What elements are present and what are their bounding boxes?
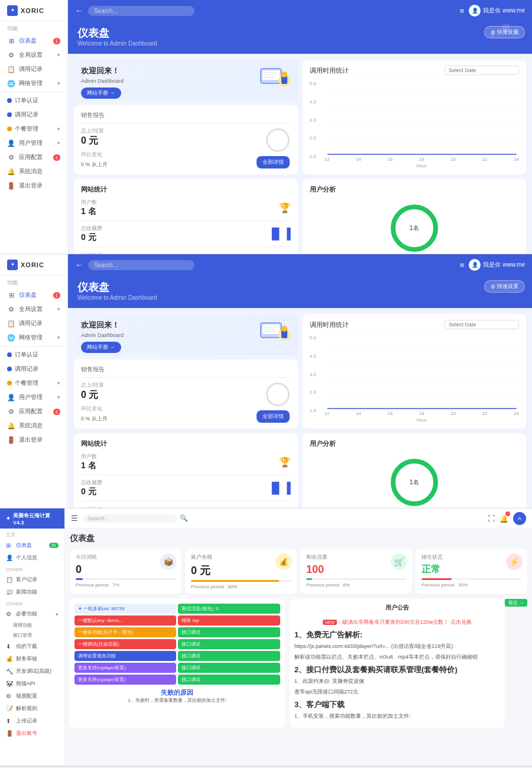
- v43-sidebar-news[interactable]: 📰 新闻功能: [0, 586, 64, 598]
- v43-dashboard-icon: ⊞: [6, 542, 13, 549]
- menu-icon[interactable]: ≡: [460, 7, 465, 15]
- sidebar-item-dashboard[interactable]: ⊞ 仪表盘 1: [0, 34, 67, 48]
- topbar-user-2: 👤 我是你 www.me: [469, 259, 525, 271]
- sidebar-item-sysnotice[interactable]: 🔔 系统消息: [0, 164, 67, 179]
- v43-logo: ✦ 美脑奇云海计算V4.3: [0, 508, 64, 529]
- menu-icon-2[interactable]: ≡: [460, 261, 465, 270]
- search-bar[interactable]: Search...: [88, 6, 194, 16]
- sidebar-item-sysnotice-2[interactable]: 🔔 系统消息: [0, 419, 67, 433]
- date-select-input-2[interactable]: [445, 320, 519, 329]
- main-content-2: ← Search... ≡ 👤 我是你 www.me 仪表盘 Welcome t…: [68, 254, 532, 508]
- sidebar-label: 仪表盘: [19, 291, 37, 299]
- sidebar-item-settings[interactable]: ⚙ 全局设置 ▾: [0, 48, 67, 62]
- y-label-2b: 2.0: [310, 390, 325, 395]
- v43-sidebar-func[interactable]: ⚙ 必要功能 ▾: [0, 608, 64, 620]
- sidebar-item-appconfig-2[interactable]: ⚙ 应用配置 1: [0, 404, 67, 419]
- v43-sub-callfunc[interactable]: 调用功能: [0, 620, 64, 630]
- v43-sidebar-upload[interactable]: ⬆ 上传记录: [0, 715, 64, 727]
- v43-func-btn-api5[interactable]: 接口调试: [178, 675, 280, 685]
- v43-func-btn-api2[interactable]: 接口调试: [178, 639, 280, 649]
- sidebar-item-net-2[interactable]: 🌐 网络管理 ▾: [0, 330, 67, 345]
- v43-sidebar-profile[interactable]: 👤 个人信息: [0, 552, 64, 564]
- recent-tag[interactable]: 最近 →: [505, 599, 527, 607]
- v43-func-btn-uid[interactable]: ✦ 一机多刷uid: 98739: [74, 604, 176, 614]
- v43-func-btn-more1[interactable]: 更多支持(clplayer装置): [74, 663, 176, 673]
- handbook-button[interactable]: 网站手册 →: [81, 88, 121, 99]
- dashboard-badge-2: 1: [53, 292, 60, 299]
- v43-func-btn-multi[interactable]: 一键多功能(先子卡→新方): [74, 627, 176, 637]
- v43-func-btn-callset[interactable]: 调用设置领先功能: [74, 651, 176, 661]
- y-label-1b: 1.0: [310, 408, 325, 413]
- handbook-button-2[interactable]: 网站手册 →: [81, 342, 121, 353]
- back-button-2[interactable]: ←: [75, 260, 83, 270]
- v43-stat-progress-3: [421, 578, 521, 580]
- v43-func-btn-top[interactable]: 移除 top: [178, 615, 280, 626]
- quick-settings-button[interactable]: ⚙ 快速设置: [484, 26, 525, 38]
- sidebar-item-callrec[interactable]: 调用记录: [0, 108, 67, 122]
- v43-failure-title: 失败的原因: [74, 688, 280, 697]
- sidebar-item-callrec-2[interactable]: 调用记录: [0, 362, 67, 376]
- v43-func-btn-api3[interactable]: 接口调试: [178, 651, 280, 661]
- sidebar-item-logout[interactable]: 🚪 退出登录: [0, 179, 67, 193]
- v43-dashboard-badge: 01: [49, 543, 59, 548]
- v43-expand-icon[interactable]: ⛶: [488, 514, 495, 523]
- v43-func-btn-api1[interactable]: 接口调试: [178, 627, 280, 637]
- view-details-button[interactable]: 全部详情: [257, 156, 290, 168]
- v43-func-btn-render[interactable]: 测试渲染(领先): 0: [178, 604, 280, 614]
- chart-area-2: 12 14 16 18 20 22 24 Hour: [325, 333, 520, 423]
- sidebar-item-user[interactable]: 👤 用户管理 ▾: [0, 136, 67, 150]
- sidebar-item-meal[interactable]: 个餐管理 ▾: [0, 122, 67, 136]
- users-icon-2: 🏆: [279, 456, 291, 468]
- sidebar-item-user-2[interactable]: 👤 用户管理 ▾: [0, 390, 67, 404]
- sidebar-item-logout-2[interactable]: 🚪 退出登录: [0, 433, 67, 447]
- v43-sidebar-logs[interactable]: 📋 客户记录: [0, 573, 64, 586]
- search-bar-2[interactable]: Search...: [88, 260, 194, 270]
- v43-func-btn-api4[interactable]: 接口调试: [178, 663, 280, 673]
- v43-sidebar-dashboard[interactable]: ⊞ 仪表盘 01: [0, 539, 64, 552]
- v43-search-button[interactable]: 🔍: [180, 514, 188, 522]
- v43-main: ☰ Search... 🔍 ⛶ 🔔 A 仪表盘 今日消耗: [65, 508, 532, 766]
- sidebar-item-appconfig[interactable]: ⚙ 应用配置 1: [0, 150, 67, 164]
- v43-func-btn-test[interactable]: 一键测试(比如后面): [74, 639, 176, 649]
- v43-sidebar-logout[interactable]: 🚪 退出账号: [0, 727, 64, 740]
- v43-sidebar-dev[interactable]: 🔨 开发调试(高级): [0, 665, 64, 678]
- x-label-2: 22: [482, 411, 488, 416]
- sidebar-item-label: 调用记录: [19, 65, 43, 73]
- back-button[interactable]: ←: [75, 6, 83, 15]
- v43-search-bar[interactable]: Search...: [83, 514, 177, 523]
- x-labels: 12 14 16 18 20 22 24: [325, 155, 520, 163]
- sidebar-label: 全局设置: [19, 305, 43, 313]
- x-label-2: 12: [325, 411, 330, 416]
- sidebar-item-order-2[interactable]: 订单认证: [0, 348, 67, 362]
- bar-chart-icon: ▐▌▐: [268, 228, 290, 240]
- v43-stat-change-0: Previous period 7%: [76, 582, 176, 588]
- v43-sidebar-download[interactable]: ⬇ 你的下载: [0, 640, 64, 653]
- sidebar-item-calllog-2[interactable]: 📋 调用记录: [0, 316, 67, 330]
- sidebar-item-calllog[interactable]: 📋 调用记录: [0, 62, 67, 76]
- sidebar-item-settings-2[interactable]: ⚙ 全局设置 ▾: [0, 302, 67, 316]
- sidebar-label: 用户管理: [19, 393, 43, 401]
- x-label: 20: [450, 157, 456, 162]
- v43-sidebar-finance[interactable]: 💰 财务审核: [0, 653, 64, 665]
- v43-user-avatar[interactable]: A: [513, 512, 526, 525]
- v43-sidebar-panda[interactable]: 🐼 熊猫API: [0, 678, 64, 690]
- sidebar-label: 调用记录: [19, 319, 43, 328]
- sales-card: 销售报告 总上/结算 0 元 环比变化 0 % 从上月 全部详情: [74, 105, 298, 174]
- date-select-input[interactable]: [445, 66, 519, 75]
- sidebar-item-dashboard-2[interactable]: ⊞ 仪表盘 1: [0, 288, 67, 302]
- quick-settings-button-2[interactable]: ⚙ 快速设置: [484, 280, 525, 293]
- v43-sidebar-config[interactable]: ⚙ 领鹿配置: [0, 690, 64, 702]
- sidebar-item-meal-2[interactable]: 个餐管理 ▾: [0, 376, 67, 390]
- v43-bell-icon[interactable]: 🔔: [499, 515, 508, 523]
- v43-sub-api[interactable]: 接口管理: [0, 630, 64, 640]
- sidebar-label: 网络管理: [19, 333, 43, 342]
- dashboard-icon-2: ⊞: [7, 291, 15, 299]
- v43-func-btn-more2[interactable]: 更多支持(clplayer装置): [74, 675, 176, 685]
- v43-menu-button[interactable]: ☰: [71, 514, 78, 523]
- v43-sidebar-rules[interactable]: 📝 解析规则: [0, 702, 64, 715]
- sidebar-item-net[interactable]: 🌐 网络管理 ▾: [0, 76, 67, 90]
- sidebar-item-order[interactable]: 订单认证: [0, 93, 67, 108]
- v43-section-other2: OTHER: [0, 598, 64, 608]
- view-details-button-2[interactable]: 全部详情: [257, 410, 290, 423]
- v43-func-btn-key[interactable]: 一键默认key: demo...: [74, 615, 176, 626]
